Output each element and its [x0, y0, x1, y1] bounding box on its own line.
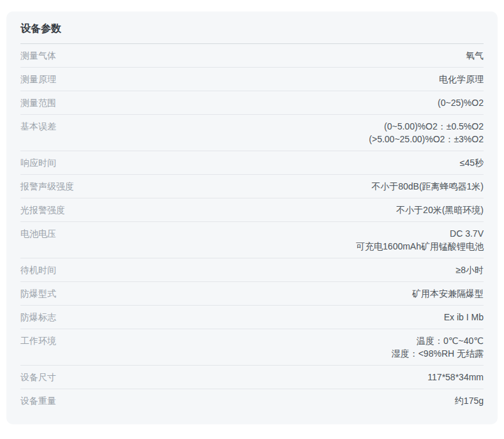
table-row: 报警声级强度 不小于80dB(距离蜂鸣器1米): [20, 175, 484, 198]
row-label: 电池电压: [20, 227, 66, 240]
row-label: 防爆型式: [20, 287, 66, 300]
row-label: 测量原理: [20, 73, 66, 86]
table-row: 设备尺寸 117*58*34mm: [20, 366, 484, 389]
row-label: 待机时间: [20, 264, 66, 276]
table-row: 基本误差 (0~5.00)%O2：±0.5%O2 (>5.00~25.00)%O…: [20, 115, 484, 151]
row-label: 基本误差: [20, 120, 66, 133]
table-row: 防爆标志 Ex ib I Mb: [20, 306, 484, 329]
row-label: 测量范围: [20, 96, 66, 109]
row-value: (0~5.00)%O2：±0.5%O2 (>5.00~25.00)%O2：±3%…: [369, 120, 484, 145]
row-label: 设备重量: [20, 394, 66, 407]
value-line: 117*58*34mm: [427, 371, 484, 383]
value-line: 湿度：<98%RH 无结露: [392, 347, 484, 360]
row-label: 防爆标志: [20, 311, 66, 324]
device-params-card: 设备参数 测量气体 氧气 测量原理 电化学原理 测量范围 (0~25)%O2 基…: [6, 11, 498, 424]
row-value: 117*58*34mm: [427, 371, 484, 383]
row-label: 光报警强度: [20, 204, 75, 216]
table-row: 测量范围 (0~25)%O2: [20, 91, 484, 115]
value-line: ≥8小时: [456, 264, 484, 276]
table-row: 设备重量 约175g: [20, 389, 484, 412]
row-label: 响应时间: [20, 156, 66, 169]
value-line: 可充电1600mAh矿用锰酸锂电池: [356, 240, 484, 253]
table-row: 测量原理 电化学原理: [20, 68, 484, 91]
row-value: Ex ib I Mb: [444, 311, 484, 324]
value-line: ≤45秒: [460, 156, 484, 169]
row-label: 设备尺寸: [20, 371, 66, 383]
row-value: 氧气: [466, 49, 484, 62]
row-value: 电化学原理: [439, 73, 484, 86]
value-line: 氧气: [466, 49, 484, 62]
row-value: 不小于20米(黑暗环境): [396, 204, 484, 216]
table-row: 响应时间 ≤45秒: [20, 151, 484, 175]
value-line: DC 3.7V: [356, 227, 484, 240]
row-label: 工作环境: [20, 334, 66, 347]
value-line: (0~5.00)%O2：±0.5%O2: [369, 120, 484, 133]
row-value: ≥8小时: [456, 264, 484, 276]
value-line: 温度：0℃~40℃: [392, 334, 484, 347]
row-value: 约175g: [455, 394, 484, 407]
value-line: 矿用本安兼隔爆型: [412, 287, 484, 300]
row-value: 不小于80dB(距离蜂鸣器1米): [371, 180, 484, 193]
row-label: 报警声级强度: [20, 180, 84, 193]
row-value: DC 3.7V 可充电1600mAh矿用锰酸锂电池: [356, 227, 484, 253]
table-row: 电池电压 DC 3.7V 可充电1600mAh矿用锰酸锂电池: [20, 222, 484, 258]
table-row: 光报警强度 不小于20米(黑暗环境): [20, 198, 484, 222]
page-title: 设备参数: [20, 18, 484, 44]
row-value: 温度：0℃~40℃ 湿度：<98%RH 无结露: [392, 334, 484, 360]
value-line: Ex ib I Mb: [444, 311, 484, 324]
table-row: 防爆型式 矿用本安兼隔爆型: [20, 282, 484, 306]
value-line: (>5.00~25.00)%O2：±3%O2: [369, 133, 484, 145]
row-value: (0~25)%O2: [438, 96, 484, 109]
value-line: 约175g: [455, 394, 484, 407]
table-row: 待机时间 ≥8小时: [20, 258, 484, 282]
value-line: 不小于80dB(距离蜂鸣器1米): [371, 180, 484, 193]
row-value: ≤45秒: [460, 156, 484, 169]
table-row: 测量气体 氧气: [20, 44, 484, 68]
value-line: 电化学原理: [439, 73, 484, 86]
row-value: 矿用本安兼隔爆型: [412, 287, 484, 300]
row-label: 测量气体: [20, 49, 66, 62]
value-line: (0~25)%O2: [438, 96, 484, 109]
table-row: 工作环境 温度：0℃~40℃ 湿度：<98%RH 无结露: [20, 329, 484, 366]
value-line: 不小于20米(黑暗环境): [396, 204, 484, 216]
